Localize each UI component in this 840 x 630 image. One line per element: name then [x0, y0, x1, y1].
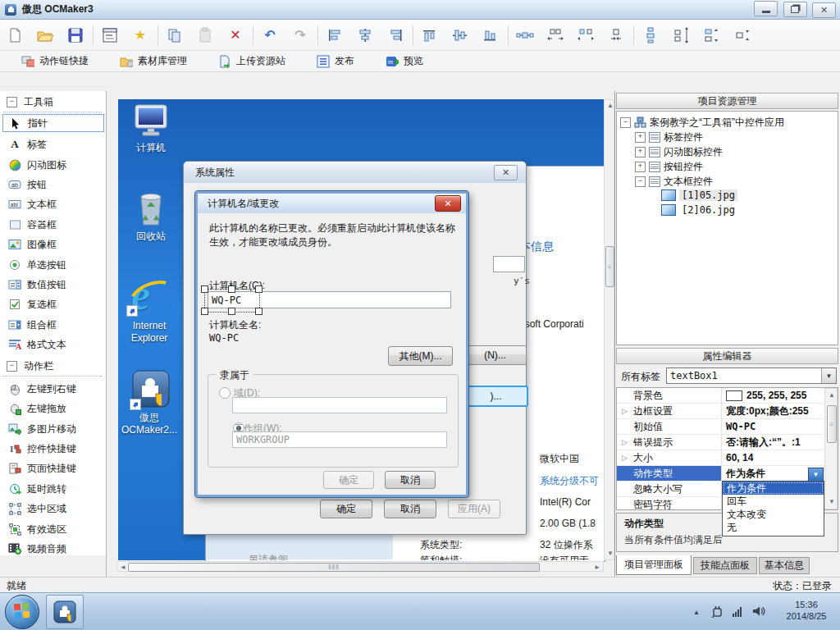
- redo-icon[interactable]: ↷: [290, 25, 310, 45]
- dropdown-option-condition[interactable]: 作为条件: [723, 482, 824, 495]
- action-type-dropdown-button[interactable]: ▼: [808, 468, 824, 482]
- material-manage-button[interactable]: 素材库管理: [120, 54, 187, 68]
- dropdown-option-textchange[interactable]: 文本改变: [723, 508, 824, 521]
- property-grid-scrollbar[interactable]: ▲ ≡ ▼: [824, 388, 838, 509]
- prop-row-action-type[interactable]: 动作类型 作为条件: [617, 466, 838, 482]
- desktop-icon-ie[interactable]: e Internet Explorer: [118, 274, 180, 345]
- vscroll-thumb[interactable]: ≡: [605, 246, 614, 287]
- dropdown-option-enter[interactable]: 回车: [723, 495, 824, 508]
- scroll-right-icon[interactable]: ►: [594, 564, 600, 571]
- tab-skill-panel[interactable]: 技能点面板: [693, 557, 757, 574]
- sysprops-ok-button[interactable]: 确定: [320, 500, 372, 518]
- tree-node-buttons[interactable]: + 按钮控件: [635, 160, 703, 173]
- hscroll-thumb[interactable]: ⦀⦀⦀: [128, 563, 540, 572]
- collapse-icon[interactable]: −: [7, 97, 17, 107]
- tray-hidden-icons-icon[interactable]: ▲: [693, 609, 700, 616]
- workgroup-input[interactable]: WORKGROUP: [232, 431, 447, 448]
- upload-button[interactable]: 上传资源站: [218, 54, 285, 68]
- scroll-up-icon[interactable]: ▲: [829, 392, 835, 399]
- form-icon[interactable]: [100, 25, 120, 45]
- space-increase-v-icon[interactable]: [701, 25, 721, 45]
- tree-root[interactable]: − 案例教学之“工具箱”中控件应用: [620, 116, 784, 129]
- expand-icon[interactable]: ▷: [622, 438, 633, 446]
- scroll-down-icon[interactable]: ▼: [607, 550, 614, 557]
- expand-icon[interactable]: +: [635, 162, 646, 172]
- tool-flash-icon[interactable]: 闪动图标: [2, 156, 104, 174]
- desktop-icon-computer[interactable]: 计算机: [120, 103, 182, 155]
- tool-richtext[interactable]: A格式文本: [2, 336, 104, 354]
- desktop-icon-ocmaker2[interactable]: 傲思 OCMaker2...: [118, 369, 180, 436]
- background-textbox-fragment[interactable]: [493, 256, 525, 272]
- undo-icon[interactable]: ↶: [260, 25, 280, 45]
- restore-icon[interactable]: [783, 2, 807, 17]
- save-icon[interactable]: [66, 25, 85, 45]
- prop-row-bgcolor[interactable]: 背景色 255, 255, 255: [617, 388, 838, 404]
- tool-pointer[interactable]: 指针: [2, 114, 104, 132]
- space-equal-h-icon[interactable]: [546, 25, 565, 45]
- same-width-icon[interactable]: [515, 25, 535, 45]
- close-icon[interactable]: ✕: [494, 165, 518, 180]
- action-multi-image-move[interactable]: 多图片移动: [2, 420, 104, 438]
- dialog-titlebar[interactable]: 计算机名/域更改 ✕: [198, 194, 466, 213]
- prop-row-border[interactable]: ▷边框设置 宽度:0px;颜色:255: [617, 404, 838, 419]
- space-remove-h-icon[interactable]: [606, 25, 626, 45]
- tool-textbox[interactable]: abl文本框: [2, 195, 104, 213]
- desktop-icon-recycle-bin[interactable]: 回收站: [120, 190, 182, 244]
- space-increase-h-icon[interactable]: [576, 25, 596, 45]
- canvas-vscrollbar[interactable]: ▲ ≡ ▼: [604, 99, 614, 560]
- prop-row-error[interactable]: ▷错误提示 否:请输入:“”。:1: [617, 435, 838, 450]
- expand-icon[interactable]: +: [635, 132, 646, 143]
- space-equal-v-icon[interactable]: [671, 25, 691, 45]
- expand-icon[interactable]: ▷: [622, 454, 633, 462]
- dropdown-option-none[interactable]: 无: [723, 521, 824, 534]
- action-delay-jump[interactable]: 延时跳转: [2, 480, 104, 498]
- collapse-icon[interactable]: −: [635, 176, 646, 187]
- tree-file-06[interactable]: [2]06.jpg: [661, 203, 737, 217]
- action-valid-region[interactable]: 有效选区: [2, 520, 104, 538]
- selection-handle[interactable]: [228, 285, 235, 293]
- domain-radio[interactable]: [219, 387, 231, 399]
- selection-handle[interactable]: [255, 285, 262, 293]
- prop-row-initial[interactable]: 初始值 WQ-PC: [617, 419, 838, 435]
- network-id-button[interactable]: (N)...: [463, 345, 527, 365]
- toolbox-header[interactable]: −工具箱: [0, 94, 106, 109]
- scroll-down-icon[interactable]: ▼: [829, 499, 835, 505]
- tree-node-flash[interactable]: + 闪动图标控件: [635, 145, 723, 158]
- preview-button[interactable]: m 预览: [386, 54, 423, 68]
- tray-network-icon[interactable]: [733, 605, 742, 615]
- scroll-left-icon[interactable]: ◄: [120, 564, 126, 571]
- chevron-down-icon[interactable]: ▼: [821, 368, 836, 383]
- dialog-ok-button[interactable]: 确定: [323, 471, 374, 489]
- selection-handle[interactable]: [201, 308, 208, 315]
- scroll-up-icon[interactable]: ▲: [607, 103, 614, 109]
- open-folder-icon[interactable]: [35, 25, 55, 45]
- expand-icon[interactable]: ▷: [622, 407, 633, 415]
- align-middle-icon[interactable]: [450, 25, 470, 45]
- align-top-icon[interactable]: [420, 25, 440, 45]
- tool-label-a[interactable]: A标签: [2, 135, 104, 153]
- tab-project-panel[interactable]: 项目管理面板: [616, 555, 692, 575]
- expand-icon[interactable]: +: [635, 147, 646, 158]
- tool-combobox[interactable]: 组合框: [2, 316, 104, 334]
- align-center-icon[interactable]: [355, 25, 375, 45]
- more-button[interactable]: 其他(M)...: [388, 346, 453, 366]
- action-chain-button[interactable]: 动作链快捷: [21, 54, 89, 68]
- tool-button[interactable]: ab按钮: [2, 176, 104, 194]
- tree-file-05[interactable]: [1]05.jpg: [661, 189, 737, 202]
- new-file-icon[interactable]: [5, 25, 25, 45]
- align-left-icon[interactable]: [325, 25, 345, 45]
- action-select-region[interactable]: 选中区域: [2, 500, 104, 518]
- selection-handle[interactable]: [228, 308, 235, 315]
- minimize-icon[interactable]: [754, 1, 778, 16]
- domain-input[interactable]: [232, 397, 447, 413]
- actionbar-header[interactable]: −动作栏: [0, 358, 106, 373]
- sysprops-apply-button[interactable]: 应用(A): [448, 500, 500, 518]
- tray-volume-icon[interactable]: [752, 605, 765, 619]
- align-right-icon[interactable]: [386, 25, 405, 45]
- close-icon[interactable]: ✕: [435, 195, 461, 212]
- sysprops-cancel-button[interactable]: 取消: [384, 500, 436, 518]
- collapse-icon[interactable]: −: [620, 117, 631, 128]
- taskbar-clock[interactable]: 15:36 2014/8/25: [778, 599, 835, 622]
- tool-imagebox[interactable]: 图像框: [2, 235, 104, 253]
- tab-basic-info[interactable]: 基本信息: [759, 557, 810, 574]
